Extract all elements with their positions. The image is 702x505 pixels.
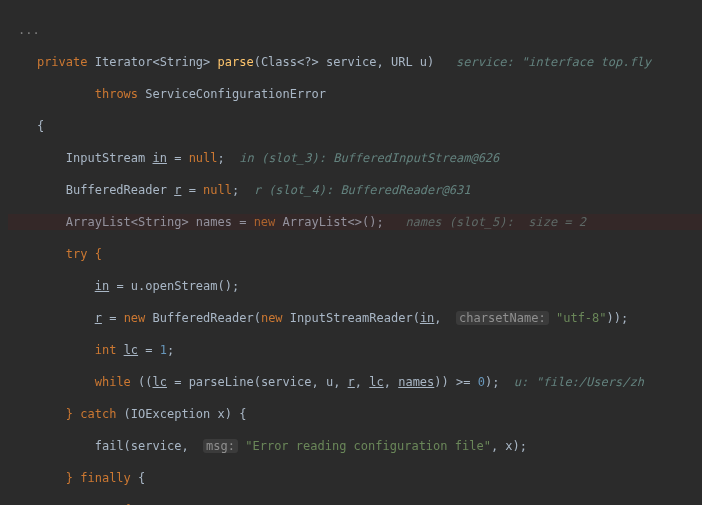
number: 1 xyxy=(160,343,167,357)
string: "utf-8" xyxy=(556,311,607,325)
inline-hint: u: "file:/Users/zh xyxy=(514,375,644,389)
exc-type: ServiceConfigurationError xyxy=(145,87,326,101)
decl: ArrayList<String> names = xyxy=(66,215,254,229)
var: in xyxy=(153,151,167,165)
type: InputStream xyxy=(66,151,153,165)
var: in xyxy=(95,279,109,293)
inline-hint: names (slot_5): size = 2 xyxy=(405,215,586,229)
inline-hint: service: "interface top.fly xyxy=(456,55,651,69)
var: r xyxy=(95,311,102,325)
code-editor[interactable]: ... private Iterator<String> parse(Class… xyxy=(0,0,702,505)
ret-type: Iterator<String> xyxy=(95,55,211,69)
string: "Error reading configuration file" xyxy=(245,439,491,453)
param-hint: msg: xyxy=(203,439,238,453)
params: (Class<?> service, URL u) xyxy=(254,55,435,69)
type: BufferedReader xyxy=(66,183,174,197)
inline-hint: in (slot_3): BufferedInputStream@626 xyxy=(239,151,499,165)
inline-hint: r (slot_4): BufferedReader@631 xyxy=(254,183,471,197)
kw-private: private xyxy=(37,55,88,69)
kw-throws: throws xyxy=(95,87,138,101)
kw-try: try { xyxy=(66,247,102,261)
param-hint: charsetName: xyxy=(456,311,549,325)
var: lc xyxy=(124,343,138,357)
method-name: parse xyxy=(218,55,254,69)
